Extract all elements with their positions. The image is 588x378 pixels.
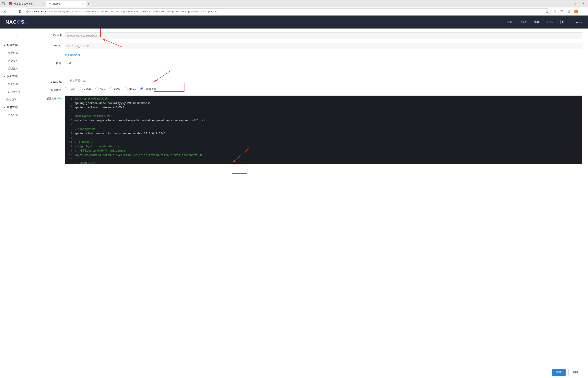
sidebar-group-1[interactable]: ▼服务管理 [0, 73, 38, 80]
sidebar-group-0[interactable]: ▼配置管理 [0, 41, 38, 49]
help-icon[interactable]: ? [57, 97, 61, 100]
user-menu[interactable]: nacos [575, 20, 583, 24]
input-description[interactable]: null [65, 60, 582, 74]
publish-button[interactable]: 发布 [552, 369, 566, 376]
sidebar-item-0-0[interactable]: 配置列表 [0, 49, 38, 57]
nav-home[interactable]: 首页 [507, 20, 513, 24]
radio-yaml[interactable]: YAML [109, 87, 120, 90]
url-input[interactable]: localhost:8848 /nacos/#/configeditor?ser… [24, 8, 551, 14]
editor-line: 5#配置mapper xml文件的路径 [65, 114, 582, 118]
tab-close-icon[interactable]: × [82, 2, 84, 5]
editor-line: 3spring.jackson.time-zone=GMT+8 [65, 105, 582, 110]
editor-line: 4 [65, 110, 582, 114]
refresh-button[interactable] [16, 8, 23, 15]
radio-dot [125, 87, 128, 90]
editor-line: 1#返回json的全局时间格式 [65, 97, 582, 101]
sidebar: ‹ ▼配置管理配置列表历史版本监听查询▼服务管理服务列表订阅者列表命名空间▼集群… [0, 28, 38, 378]
editor-line: 13# 设置hystrix超时时间，默认1000ms [65, 149, 582, 153]
editor-line: 15 [65, 157, 582, 162]
sidebar-item-1-0[interactable]: 服务列表 [0, 80, 38, 88]
editor-line: 2spring.jackson.date-format=yyyy-MM-dd H… [65, 101, 582, 105]
reader-icon[interactable] [545, 10, 548, 13]
sidebar-item-0-1[interactable]: 历史版本 [0, 57, 38, 65]
editor-line: 10 [65, 136, 582, 140]
address-bar: localhost:8848 /nacos/#/configeditor?ser… [0, 7, 588, 15]
titlebar: C写文章-CSDN博客×⟳Nacos× + ― ▢ ✕ [0, 0, 588, 7]
minimize-button[interactable]: ― [561, 0, 570, 7]
checkbox-beta[interactable] [65, 79, 68, 82]
browser-tabs: C写文章-CSDN博客×⟳Nacos× [6, 0, 86, 7]
advanced-options-link[interactable]: 更多高级选项 [65, 53, 80, 56]
editor-line: 14#hystrix.command.default.execution.iso… [65, 153, 582, 157]
nav-community[interactable]: 社区 [547, 20, 553, 24]
highlight-publish [232, 164, 247, 174]
back-button[interactable] [1, 8, 8, 15]
format-radio-group: TEXTJSONXMLYAMLHTMLProperties [65, 87, 582, 90]
tab-overview-icon[interactable] [0, 0, 6, 7]
main-content: * Data ID * Group: 更多高级选项 描述: null Beta发… [38, 28, 588, 378]
radio-dot [140, 87, 143, 90]
caret-down-icon: ▼ [3, 75, 5, 78]
input-group[interactable] [65, 43, 582, 49]
sidebar-item-0-2[interactable]: 监听查询 [0, 65, 38, 73]
favorites-bar-icon[interactable] [559, 8, 565, 15]
editor-line: 7 [65, 123, 582, 127]
browser-tab-1[interactable]: ⟳Nacos× [46, 0, 86, 7]
maximize-button[interactable]: ▢ [570, 0, 579, 7]
nacos-logo: NACOS. [5, 19, 26, 25]
menu-icon[interactable]: ··· [580, 8, 587, 15]
caret-down-icon: ▼ [3, 44, 5, 46]
lang-switch[interactable]: En [561, 20, 567, 24]
editor-line: 9spring.cloud.nacos.discovery.server-add… [65, 131, 582, 136]
radio-properties[interactable]: Properties [140, 87, 156, 90]
header-nav: 首页 文档 博客 社区 En nacos [507, 20, 583, 24]
code-editor[interactable]: 1#返回json的全局时间格式2spring.jackson.date-form… [65, 95, 582, 164]
radio-dot [65, 87, 68, 90]
radio-xml[interactable]: XML [95, 87, 105, 90]
sidebar-item-3-0[interactable]: 节点列表 [0, 111, 38, 119]
browser-chrome: C写文章-CSDN博客×⟳Nacos× + ― ▢ ✕ localhost:88… [0, 0, 588, 15]
label-description: 描述: [44, 60, 62, 65]
label-data-id: * Data ID [44, 32, 62, 37]
browser-tab-0[interactable]: C写文章-CSDN博客× [7, 0, 46, 7]
label-content: 配置内容? : [44, 95, 62, 100]
svg-rect-1 [2, 2, 3, 5]
radio-html[interactable]: HTML [125, 87, 136, 90]
panel-icon [1, 2, 5, 5]
radio-text[interactable]: TEXT [65, 87, 76, 90]
footer-buttons: 发布 返回 [552, 369, 582, 376]
caret-down-icon: ▼ [3, 106, 5, 108]
url-host: localhost:8848 [30, 10, 47, 13]
editor-line: 11#开启熔断机制 [65, 140, 582, 144]
back-caret-icon[interactable]: ‹ [0, 31, 38, 41]
info-icon [26, 10, 29, 13]
sidebar-group-3[interactable]: ▼集群管理 [0, 104, 38, 111]
label-group: * Group: [44, 43, 62, 47]
label-format: 配置格式: [44, 87, 62, 92]
svg-rect-0 [2, 2, 4, 5]
nav-blog[interactable]: 博客 [534, 20, 540, 24]
label-beta: Beta发布: [44, 79, 62, 84]
radio-dot [95, 87, 98, 90]
radio-json[interactable]: JSON [80, 87, 91, 90]
favorite-icon[interactable] [551, 8, 558, 15]
forward-button[interactable] [9, 8, 16, 15]
window-controls: ― ▢ ✕ [561, 0, 588, 7]
close-button[interactable]: ✕ [579, 0, 588, 7]
nav-docs[interactable]: 文档 [520, 20, 526, 24]
tab-close-icon[interactable]: × [43, 2, 44, 5]
editor-minimap[interactable] [559, 97, 581, 112]
editor-line: 8# nacos服务地址 [65, 127, 582, 131]
url-path: /nacos/#/configeditor?serverId=center&da… [48, 10, 544, 13]
new-tab-button[interactable]: + [86, 2, 91, 5]
editor-line: 6mybatis-plus.mapper-locations=classpath… [65, 118, 582, 123]
sidebar-item-1-1[interactable]: 订阅者列表 [0, 88, 38, 96]
collections-icon[interactable] [566, 8, 572, 15]
radio-dot [109, 87, 112, 90]
beta-hint-text: 默认不要勾选。 [70, 79, 88, 82]
back-button[interactable]: 返回 [568, 369, 582, 376]
input-data-id[interactable] [65, 32, 582, 39]
radio-dot [80, 87, 83, 90]
sidebar-item-namespace[interactable]: 命名空间 [0, 96, 38, 104]
extension-badge[interactable] [573, 8, 579, 15]
